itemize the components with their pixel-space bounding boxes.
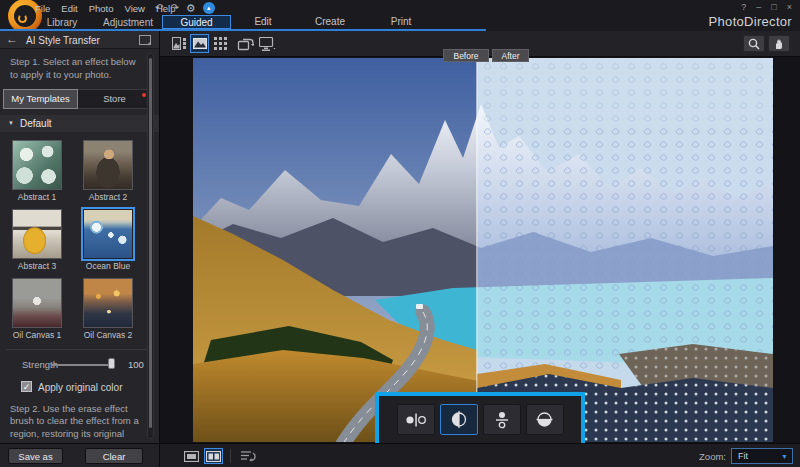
photodirector-window: File Edit Photo View Help ↶ ↷ ⚙ ▲ ? – □ … <box>0 0 800 467</box>
template-oil-canvas-2[interactable]: Oil Canvas 2 <box>83 278 133 340</box>
tab-library[interactable]: Library <box>40 16 84 29</box>
compare-split-left-right-button[interactable] <box>440 404 478 435</box>
compare-view-button-active[interactable] <box>204 448 223 464</box>
zoom-tool-button[interactable] <box>743 35 765 52</box>
template-label: Abstract 2 <box>83 192 133 202</box>
template-thumb-oil-canvas-1[interactable] <box>12 278 62 328</box>
zoom-value: Fit <box>738 451 781 461</box>
template-label: Abstract 3 <box>12 261 62 271</box>
split-left-right-icon <box>450 411 468 428</box>
hand-icon <box>773 38 785 50</box>
split-divider[interactable] <box>476 58 478 442</box>
close-button[interactable]: × <box>787 2 792 12</box>
photo-image <box>193 58 773 442</box>
viewer-mode-button-active[interactable] <box>190 34 209 53</box>
strength-slider-track[interactable] <box>52 364 114 366</box>
template-grid: Abstract 1 Abstract 2 Abstract 3 Ocean B… <box>12 140 159 340</box>
viewer-tools <box>743 35 790 52</box>
browser-and-viewer-button[interactable] <box>170 34 189 53</box>
statusbar-divider <box>230 449 231 463</box>
settings-gear-icon[interactable]: ⚙ <box>186 2 196 14</box>
apply-original-color-checkbox[interactable]: ✓ <box>21 381 32 392</box>
compare-split-top-bottom-button[interactable] <box>526 404 564 435</box>
dropdown-caret-icon: ▼ <box>781 453 788 460</box>
tab-edit[interactable]: Edit <box>245 15 281 29</box>
template-source-tabs: My Templates Store <box>3 89 152 109</box>
menu-edit[interactable]: Edit <box>61 3 77 14</box>
default-group-header[interactable]: ▼ Default <box>0 115 159 132</box>
template-thumb-abstract-2[interactable] <box>83 140 133 190</box>
panel-scrollbar-thumb[interactable] <box>149 58 152 428</box>
template-label: Oil Canvas 2 <box>83 330 133 340</box>
template-thumb-abstract-1[interactable] <box>12 140 62 190</box>
collapse-triangle-icon: ▼ <box>8 120 14 126</box>
template-abstract-1[interactable]: Abstract 1 <box>12 140 62 202</box>
grid-icon <box>214 37 227 50</box>
compare-top-bottom-button[interactable] <box>483 404 521 435</box>
browser-mode-button[interactable] <box>211 34 230 53</box>
notification-icon[interactable]: ▲ <box>203 2 215 14</box>
minimize-button[interactable]: – <box>756 2 761 12</box>
panel-header: ← AI Style Transfer <box>0 31 159 49</box>
divider <box>6 349 153 350</box>
zoom-dropdown[interactable]: Fit ▼ <box>731 448 793 464</box>
app-brand: PhotoDirector <box>709 14 792 29</box>
history-button[interactable] <box>238 448 257 464</box>
single-view-icon <box>184 451 199 462</box>
help-button[interactable]: ? <box>741 2 746 12</box>
strength-value: 100 <box>128 359 144 370</box>
strength-control: Strength 100 <box>0 354 159 376</box>
photo-split-view[interactable] <box>193 58 773 442</box>
tab-store[interactable]: Store <box>78 89 152 109</box>
undo-icon[interactable]: ↶ <box>155 2 163 14</box>
template-label: Oil Canvas 1 <box>12 330 62 340</box>
compare-side-by-side-button[interactable] <box>397 404 435 435</box>
template-abstract-2[interactable]: Abstract 2 <box>83 140 133 202</box>
menu-photo[interactable]: Photo <box>89 3 114 14</box>
strength-slider-handle[interactable] <box>108 358 115 369</box>
template-thumb-oil-canvas-2[interactable] <box>83 278 133 328</box>
panel-footer: Save as Clear <box>0 443 160 467</box>
titlebar: File Edit Photo View Help ↶ ↷ ⚙ ▲ ? – □ … <box>0 0 800 31</box>
clear-button[interactable]: Clear <box>85 448 143 464</box>
panel-options-icon[interactable] <box>139 35 151 45</box>
save-as-button[interactable]: Save as <box>8 448 63 464</box>
step2-instructions: Step 2. Use the erase effect brush to cl… <box>0 396 150 443</box>
maximize-button[interactable]: □ <box>771 2 776 12</box>
menu-view[interactable]: View <box>125 3 145 14</box>
tab-my-templates[interactable]: My Templates <box>3 89 78 109</box>
browser-and-viewer-icon <box>172 37 187 50</box>
rotate-button[interactable] <box>236 34 255 53</box>
magnifier-icon <box>748 38 760 50</box>
panel-scrollbar[interactable] <box>147 53 154 439</box>
tab-print[interactable]: Print <box>378 15 424 29</box>
redo-icon[interactable]: ↷ <box>170 2 178 14</box>
template-abstract-3[interactable]: Abstract 3 <box>12 209 62 271</box>
tab-guided[interactable]: Guided <box>162 15 231 29</box>
rotate-icon <box>237 37 254 51</box>
single-view-button[interactable] <box>182 448 201 464</box>
menu-file[interactable]: File <box>35 3 50 14</box>
tab-create[interactable]: Create <box>305 15 355 29</box>
after-tab[interactable]: After <box>492 49 529 62</box>
template-oil-canvas-1[interactable]: Oil Canvas 1 <box>12 278 62 340</box>
side-by-side-icon <box>405 412 427 428</box>
template-thumb-ocean-blue-selected[interactable] <box>83 209 133 259</box>
main-area: Before After <box>160 31 800 467</box>
compare-view-icon <box>206 451 221 462</box>
step1-instructions: Step 1. Select an effect below to apply … <box>0 49 150 82</box>
before-tab[interactable]: Before <box>443 49 489 62</box>
viewer-icon <box>193 38 207 49</box>
template-thumb-abstract-3[interactable] <box>12 209 62 259</box>
tab-adjustment[interactable]: Adjustment <box>98 16 158 29</box>
back-arrow-icon[interactable]: ← <box>6 32 18 46</box>
secondary-display-button[interactable] <box>258 34 277 53</box>
template-label: Abstract 1 <box>12 192 62 202</box>
tab-store-label: Store <box>103 93 126 104</box>
group-name: Default <box>20 118 52 129</box>
pan-tool-button[interactable] <box>768 35 790 52</box>
logo-swirl <box>18 14 27 23</box>
split-top-bottom-icon <box>536 411 553 428</box>
photo-canvas-area <box>160 57 800 443</box>
template-ocean-blue[interactable]: Ocean Blue <box>83 209 133 271</box>
